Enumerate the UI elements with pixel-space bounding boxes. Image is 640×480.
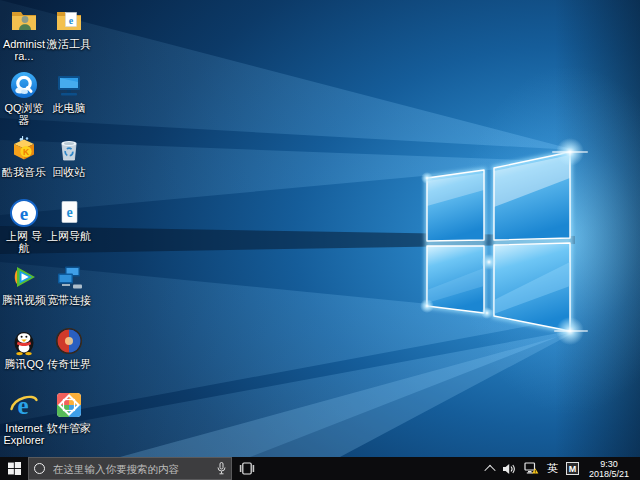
- qq-browser-icon: [9, 70, 39, 100]
- start-button[interactable]: [0, 457, 28, 480]
- legend-world-game-icon: [54, 326, 84, 356]
- icon-label: 传奇世界: [47, 358, 91, 370]
- blue-e-circle-icon: e: [9, 198, 39, 228]
- qq-penguin-icon: [9, 326, 39, 356]
- tencent-video-icon: [9, 262, 39, 292]
- icon-label: 软件管家: [47, 422, 91, 434]
- windows-desktop: Administra... e 激活工具 QQ浏览器 此电脑: [0, 0, 640, 480]
- clock-date: 2018/5/21: [589, 469, 629, 479]
- desktop-icon-administrator[interactable]: Administra...: [2, 6, 46, 62]
- svg-text:e: e: [66, 205, 72, 220]
- icon-label: Administra...: [2, 38, 46, 62]
- svg-text:e: e: [20, 203, 28, 224]
- system-tray: 英 M 9:30 2018/5/21: [482, 457, 640, 480]
- desktop-icon-recycle-bin[interactable]: 回收站: [47, 134, 91, 178]
- icon-label: 激活工具: [47, 38, 91, 50]
- network-warning-icon: [524, 462, 539, 475]
- desktop-icon-broadband-connection[interactable]: 宽带连接: [47, 262, 91, 306]
- chevron-up-icon: [484, 464, 495, 475]
- desktop-icon-tencent-video[interactable]: 腾讯视频: [2, 262, 46, 306]
- desktop-icon-activation-tool[interactable]: e 激活工具: [47, 6, 91, 50]
- icon-label: Internet Explorer: [2, 422, 46, 446]
- tray-network[interactable]: [520, 457, 543, 480]
- clock-time: 9:30: [600, 459, 618, 469]
- user-folder-icon: [9, 6, 39, 36]
- kuwo-music-icon: K: [9, 134, 39, 164]
- icon-label: 上网导航: [47, 230, 91, 242]
- desktop-icon-web-navigation-circle[interactable]: e 上网 导航: [2, 198, 46, 254]
- icon-label: 回收站: [47, 166, 91, 178]
- desktop-icon-tencent-qq[interactable]: 腾讯QQ: [2, 326, 46, 370]
- taskbar-empty-area: [262, 457, 482, 480]
- icon-label: 酷我音乐: [2, 166, 46, 178]
- icon-label: QQ浏览器: [2, 102, 46, 126]
- windows-logo-icon: [8, 462, 21, 475]
- speaker-icon: [502, 463, 516, 475]
- desktop-icon-internet-explorer[interactable]: e Internet Explorer: [2, 390, 46, 446]
- tray-show-hidden-icons[interactable]: [482, 457, 498, 480]
- desktop-icon-qq-browser[interactable]: QQ浏览器: [2, 70, 46, 126]
- recycle-bin-icon: [54, 134, 84, 164]
- tray-volume[interactable]: [498, 457, 520, 480]
- wallpaper-win10-hero: [0, 0, 640, 457]
- e-document-icon: e: [54, 198, 84, 228]
- task-view-button[interactable]: [232, 457, 262, 480]
- internet-explorer-icon: e: [9, 390, 39, 420]
- taskbar: 英 M 9:30 2018/5/21: [0, 457, 640, 480]
- tray-ime-language[interactable]: 英: [543, 457, 562, 480]
- broadband-icon: [54, 262, 84, 292]
- taskbar-search-box[interactable]: [28, 457, 232, 480]
- folder-edge-doc-icon: e: [54, 6, 84, 36]
- taskbar-clock[interactable]: 9:30 2018/5/21: [583, 459, 635, 479]
- desktop-icon-this-pc[interactable]: 此电脑: [47, 70, 91, 114]
- desktop-icon-software-manager[interactable]: 软件管家: [47, 390, 91, 434]
- svg-text:K: K: [23, 147, 30, 157]
- this-pc-icon: [54, 70, 84, 100]
- desktop-icon-legend-world[interactable]: 传奇世界: [47, 326, 91, 370]
- search-input[interactable]: [51, 462, 217, 476]
- svg-text:e: e: [17, 392, 28, 419]
- tray-ime-mode[interactable]: M: [562, 457, 583, 480]
- desktop-icon-web-navigation-doc[interactable]: e 上网导航: [47, 198, 91, 242]
- icon-label: 上网 导航: [2, 230, 46, 254]
- software-manager-icon: [54, 390, 84, 420]
- microphone-icon[interactable]: [217, 462, 226, 475]
- icon-label: 宽带连接: [47, 294, 91, 306]
- desktop-icon-kuwo-music[interactable]: K 酷我音乐: [2, 134, 46, 178]
- task-view-icon: [239, 462, 255, 475]
- svg-text:e: e: [69, 15, 74, 26]
- icon-label: 此电脑: [47, 102, 91, 114]
- ime-mode-badge: M: [566, 462, 579, 475]
- icon-label: 腾讯QQ: [2, 358, 46, 370]
- icon-label: 腾讯视频: [2, 294, 46, 306]
- ime-language-label: 英: [547, 461, 558, 476]
- cortana-icon: [34, 463, 45, 474]
